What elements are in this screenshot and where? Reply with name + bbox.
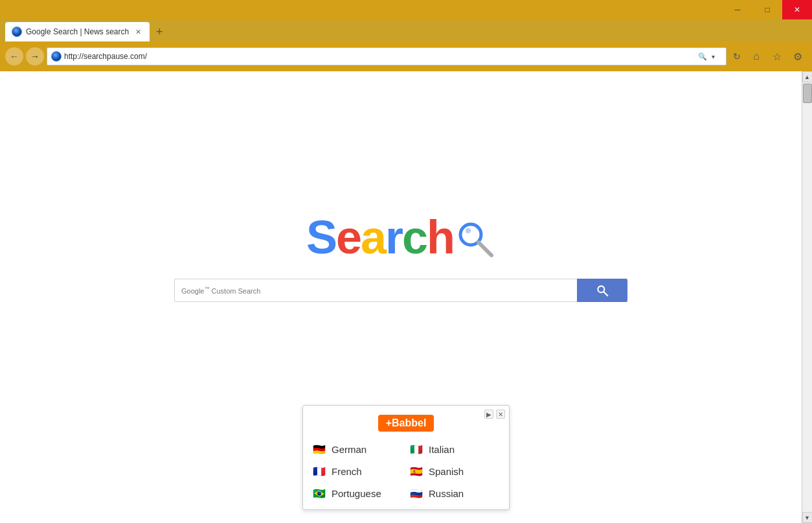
svg-point-3 — [466, 228, 471, 233]
scrollbar[interactable]: ▲ ▼ — [802, 71, 812, 523]
lang-label-russian: Russian — [429, 488, 464, 499]
search-input[interactable] — [264, 285, 570, 296]
lang-item-italian[interactable]: 🇮🇹 Italian — [409, 442, 500, 456]
search-box: Google™ Custom Search — [174, 279, 627, 302]
languages-grid: 🇩🇪 German 🇮🇹 Italian 🇫🇷 French 🇪🇸 Spanis… — [312, 442, 500, 500]
close-button[interactable]: ✕ — [782, 0, 812, 19]
refresh-button[interactable]: ↻ — [729, 49, 745, 64]
logo-letter-h: h — [427, 214, 454, 261]
search-button[interactable] — [577, 279, 627, 302]
title-bar-buttons: ─ □ ✕ — [723, 0, 812, 19]
logo-letter-a: a — [361, 214, 385, 261]
browser-window: ─ □ ✕ Google Search | News search ✕ + ← … — [0, 0, 812, 523]
flag-spanish: 🇪🇸 — [409, 464, 423, 478]
address-search-icon[interactable]: 🔍 — [696, 50, 709, 63]
tab-favicon — [12, 27, 22, 37]
search-logo: Search — [306, 214, 495, 261]
babbel-plus: + — [386, 417, 392, 428]
scroll-up-arrow[interactable]: ▲ — [802, 71, 813, 82]
svg-line-1 — [479, 242, 491, 255]
search-input-area: Google™ Custom Search — [174, 279, 577, 302]
settings-button[interactable]: ⚙ — [789, 47, 807, 65]
active-tab[interactable]: Google Search | News search ✕ — [5, 22, 150, 41]
logo-letter-c: c — [402, 214, 427, 261]
babbel-logo: +Babbel — [378, 415, 434, 432]
flag-portuguese: 🇧🇷 — [312, 486, 326, 500]
forward-button[interactable]: → — [26, 47, 44, 65]
lang-label-italian: Italian — [429, 444, 455, 455]
tab-close-button[interactable]: ✕ — [133, 27, 143, 37]
lang-label-french: French — [332, 466, 362, 477]
address-input-wrap: 🔍 ▾ — [47, 47, 727, 65]
google-label: Google™ Custom Search — [181, 286, 260, 295]
tab-bar: Google Search | News search ✕ + — [0, 19, 812, 41]
title-bar: ─ □ ✕ — [0, 0, 812, 19]
ad-info-button[interactable]: ▶ — [484, 410, 493, 419]
logo-letter-e: e — [336, 214, 361, 261]
restore-button[interactable]: □ — [752, 0, 782, 19]
lang-item-portuguese[interactable]: 🇧🇷 Portuguese — [312, 486, 403, 500]
lang-item-german[interactable]: 🇩🇪 German — [312, 442, 403, 456]
ad-overlay: ▶ ✕ +Babbel 🇩🇪 German 🇮🇹 Italian — [302, 405, 510, 510]
flag-french: 🇫🇷 — [312, 464, 326, 478]
ad-brand[interactable]: +Babbel — [312, 415, 500, 432]
lang-label-spanish: Spanish — [429, 466, 464, 477]
flag-german: 🇩🇪 — [312, 442, 326, 456]
ad-controls: ▶ ✕ — [484, 410, 505, 419]
logo-magnifier-icon — [457, 220, 495, 259]
scroll-down-arrow[interactable]: ▼ — [802, 512, 813, 523]
address-input[interactable] — [64, 52, 694, 61]
address-dropdown-icon[interactable]: ▾ — [712, 53, 722, 60]
toolbar-right: ⌂ ☆ ⚙ — [747, 47, 807, 65]
page-inner: Search Google™ Custom Search — [0, 71, 802, 523]
favorites-button[interactable]: ☆ — [768, 47, 786, 65]
logo-letter-r: r — [385, 214, 402, 261]
lang-label-german: German — [332, 444, 367, 455]
svg-line-5 — [604, 292, 608, 296]
lang-item-spanish[interactable]: 🇪🇸 Spanish — [409, 464, 500, 478]
address-bar: ← → 🔍 ▾ ↻ ⌂ ☆ ⚙ — [0, 41, 812, 71]
tab-title: Google Search | News search — [26, 27, 129, 36]
lang-item-french[interactable]: 🇫🇷 French — [312, 464, 403, 478]
minimize-button[interactable]: ─ — [723, 0, 752, 19]
new-tab-button[interactable]: + — [150, 22, 169, 41]
back-button[interactable]: ← — [5, 47, 23, 65]
scroll-thumb[interactable] — [803, 84, 812, 103]
flag-russian: 🇷🇺 — [409, 486, 423, 500]
site-icon — [51, 51, 62, 62]
home-button[interactable]: ⌂ — [747, 47, 765, 65]
lang-item-russian[interactable]: 🇷🇺 Russian — [409, 486, 500, 500]
logo-letter-s: S — [306, 214, 336, 261]
lang-label-portuguese: Portuguese — [332, 488, 381, 499]
flag-italian: 🇮🇹 — [409, 442, 423, 456]
ad-close-button[interactable]: ✕ — [496, 410, 505, 419]
page-content: Search Google™ Custom Search — [0, 71, 812, 523]
